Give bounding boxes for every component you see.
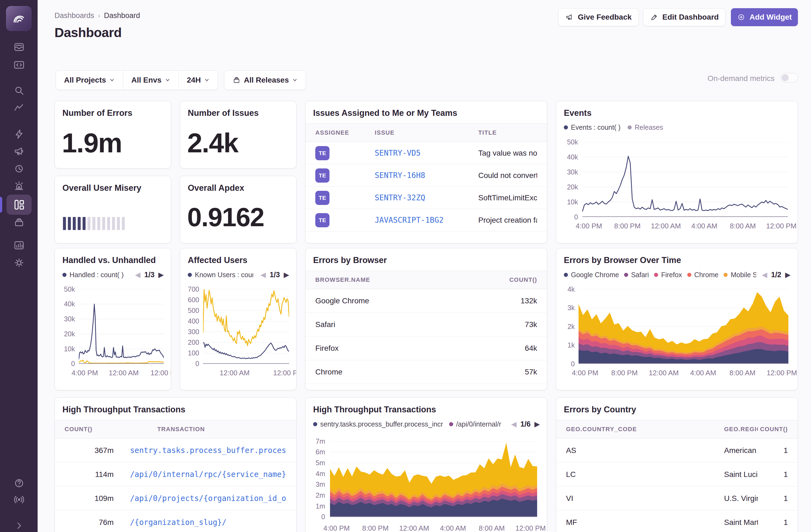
assignee-avatar[interactable]: TE [315, 146, 330, 160]
transaction-link[interactable]: /{organization_slug}/ [130, 518, 287, 527]
widget-errors-by-country[interactable]: Errors by Country GEO.COUNTRY_CODE GEO.R… [556, 397, 798, 532]
table-row[interactable]: Google Chrome 132k [305, 289, 547, 313]
legend-label: Chrome [694, 271, 718, 279]
table-row[interactable]: VI U.S. Virgin Islands 1 [556, 486, 798, 511]
assignee-avatar[interactable]: TE [315, 168, 330, 183]
sentry-logo[interactable] [6, 6, 32, 31]
table-row[interactable]: 76m /{organization_slug}/ [55, 511, 296, 532]
legend-item[interactable]: /api/0/internal/r [449, 420, 501, 428]
widget-errors-by-browser[interactable]: Errors by Browser BROWSER.NAME COUNT() G… [305, 248, 547, 390]
widget-title: Overall User Misery [62, 183, 141, 193]
widget-handled-vs-unhandled[interactable]: Handled vs. Unhandled Handled : count( )… [55, 248, 171, 390]
errors-count-value: 1.9m [62, 127, 122, 158]
table-row[interactable]: TE SENTRY-16H8 Could not convert query [305, 164, 547, 187]
table-row[interactable]: TE JAVASCRIPT-1BG2 Project creation fail… [305, 209, 547, 231]
issue-link[interactable]: SENTRY-32ZQ [375, 193, 478, 202]
pager-prev-icon[interactable]: ◀ [260, 271, 266, 279]
search-icon[interactable] [13, 84, 25, 97]
legend-item[interactable]: Events : count( ) [564, 123, 621, 131]
releases-filter[interactable]: All Releases [224, 71, 306, 90]
pager-next-icon[interactable]: ▶ [534, 420, 540, 428]
issue-link[interactable]: SENTRY-16H8 [375, 171, 478, 180]
assignee-avatar[interactable]: TE [315, 213, 330, 227]
stats-icon[interactable] [13, 239, 25, 252]
table-row[interactable]: 367m sentry.tasks.process_buffer.process… [55, 439, 296, 462]
legend-item[interactable]: Releases [628, 123, 663, 131]
widget-affected-users[interactable]: Affected Users Known Users : cour ◀ 1/3 … [180, 248, 296, 390]
table-row[interactable]: MF Saint Martin 1 [556, 511, 798, 532]
pager-prev-icon[interactable]: ◀ [511, 420, 516, 428]
lightning-icon[interactable] [13, 128, 25, 140]
environment-filter[interactable]: All Envs [123, 71, 178, 90]
handled-line-chart [79, 289, 164, 364]
table-row[interactable]: 109m /api/0/projects/{organization_id_or… [55, 486, 296, 511]
alerts-siren-icon[interactable] [13, 180, 25, 192]
widget-title: Overall Apdex [188, 183, 244, 193]
pager-next-icon[interactable]: ▶ [785, 271, 791, 279]
x-axis-labels: 12:00 AM12:00 P [235, 369, 285, 378]
widget-overall-user-misery[interactable]: Overall User Misery [55, 176, 171, 243]
legend-item[interactable]: Mobile S [723, 271, 756, 279]
browser-stacked-area-chart [579, 289, 789, 364]
widget-number-of-issues[interactable]: Number of Issues 2.4k [180, 101, 296, 168]
legend-item[interactable]: Handled : count( ) [62, 271, 124, 279]
table-row[interactable]: AS American Samoa 1 [556, 439, 798, 462]
pager-next-icon[interactable]: ▶ [284, 271, 289, 279]
table-row[interactable]: Safari 73k [305, 313, 547, 337]
widget-overall-apdex[interactable]: Overall Apdex 0.9162 [180, 176, 296, 243]
transaction-link[interactable]: /api/0/internal/rpc/{service_name}/{meth… [130, 470, 287, 479]
transaction-link[interactable]: sentry.tasks.process_buffer.process_incr [130, 446, 287, 455]
widget-title: Errors by Browser Over Time [564, 255, 681, 265]
legend-item[interactable]: Chrome [687, 271, 718, 279]
pager-prev-icon[interactable]: ◀ [762, 271, 767, 279]
widget-number-of-errors[interactable]: Number of Errors 1.9m [55, 101, 171, 168]
issues-count-value: 2.4k [187, 127, 238, 158]
table-row[interactable]: LC Saint Lucia 1 [556, 462, 798, 486]
edit-dashboard-button[interactable]: Edit Dashboard [643, 8, 725, 26]
pager-prev-icon[interactable]: ◀ [135, 271, 140, 279]
transaction-link[interactable]: /api/0/projects/{organization_id_or_slug… [130, 494, 287, 503]
legend-dot [313, 422, 317, 426]
table-row[interactable]: Mobile Safari 33k [305, 384, 547, 390]
issue-link[interactable]: JAVASCRIPT-1BG2 [375, 216, 478, 225]
help-icon[interactable] [13, 477, 25, 489]
widget-high-throughput-chart[interactable]: High Throughput Transactions sentry.task… [305, 397, 547, 532]
pager-next-icon[interactable]: ▶ [158, 271, 164, 279]
assignee-avatar[interactable]: TE [315, 191, 330, 205]
legend-pager: ◀ 1/3 ▶ [135, 271, 164, 279]
widget-errors-by-browser-over-time[interactable]: Errors by Browser Over Time Google Chrom… [556, 248, 798, 390]
legend-item[interactable]: Known Users : cour [188, 271, 253, 279]
legend-item[interactable]: Safari [624, 271, 648, 279]
give-feedback-button[interactable]: Give Feedback [558, 8, 639, 26]
issues-icon[interactable] [13, 41, 25, 53]
table-row[interactable]: Chrome 57k [305, 360, 547, 384]
project-filter[interactable]: All Projects [56, 71, 123, 90]
collapse-sidebar-chevron-icon[interactable] [13, 519, 25, 532]
country-count: 1 [758, 470, 788, 479]
ondemand-metrics-toggle[interactable] [780, 73, 798, 82]
releases-icon[interactable] [13, 216, 25, 228]
feedback-megaphone-icon[interactable] [13, 145, 25, 157]
legend-label: Events : count( ) [571, 123, 621, 131]
legend-label: /api/0/internal/r [456, 420, 501, 428]
add-widget-button[interactable]: Add Widget [731, 8, 798, 26]
projects-icon[interactable] [13, 58, 25, 71]
replays-icon[interactable] [13, 163, 25, 175]
settings-gear-icon[interactable] [13, 257, 25, 269]
breadcrumb-dashboards-link[interactable]: Dashboards [55, 12, 94, 20]
date-range-filter[interactable]: 24H [179, 71, 218, 90]
legend-item[interactable]: Google Chrome [564, 271, 618, 279]
table-row[interactable]: 114m /api/0/internal/rpc/{service_name}/… [55, 462, 296, 486]
widget-high-throughput-table[interactable]: High Throughput Transactions COUNT() TRA… [55, 397, 296, 532]
legend-item[interactable]: sentry.tasks.process_buffer.process_incr [313, 420, 443, 428]
table-row[interactable]: TE SENTRY-VD5 Tag value was not a strin [305, 142, 547, 164]
table-row[interactable]: Firefox 64k [305, 337, 547, 360]
issue-link[interactable]: SENTRY-VD5 [375, 149, 478, 157]
widget-events-chart[interactable]: Events Events : count( ) Releases 50k40k… [556, 101, 798, 243]
dashboards-icon[interactable] [6, 195, 32, 215]
performance-icon[interactable] [13, 102, 25, 115]
table-row[interactable]: TE SENTRY-32ZQ SoftTimeLimitExceeded [305, 187, 547, 209]
widget-issues-assigned[interactable]: Issues Assigned to Me or My Teams ASSIGN… [305, 101, 547, 243]
legend-item[interactable]: Firefox [654, 271, 682, 279]
whats-new-broadcast-icon[interactable] [13, 493, 25, 506]
